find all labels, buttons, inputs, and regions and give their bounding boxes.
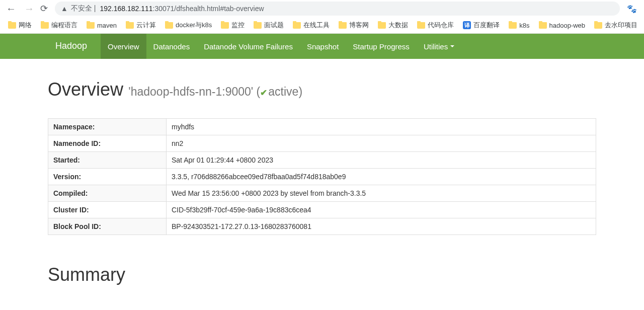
nav-tab-label: Overview — [108, 42, 139, 51]
row-value: Sat Apr 01 01:29:44 +0800 2023 — [167, 152, 596, 169]
nav-tab-label: Datanode Volume Failures — [204, 42, 293, 51]
overview-info-table: Namespace:myhdfsNamenode ID:nn2Started:S… — [48, 118, 596, 235]
bookmark-label: maven — [97, 22, 117, 29]
page-title: Overview — [48, 79, 123, 100]
bookmark-label: docker与k8s — [176, 21, 212, 30]
nav-tab-startup-progress[interactable]: Startup Progress — [346, 34, 417, 59]
row-key: Block Pool ID: — [48, 218, 167, 235]
bookmark-item[interactable]: 云计算 — [123, 19, 159, 31]
bookmark-label: 博客网 — [349, 21, 369, 30]
nav-tab-snapshot[interactable]: Snapshot — [300, 34, 346, 59]
bookmark-item[interactable]: hadoop-web — [536, 20, 589, 31]
bookmark-item[interactable]: 去水印项目 — [591, 19, 640, 31]
row-value: nn2 — [167, 135, 596, 152]
bookmark-label: 网络 — [19, 21, 32, 30]
table-row: Block Pool ID:BP-924303521-172.27.0.13-1… — [48, 218, 596, 235]
address-bar: ← → ⟳ ▲ 不安全 | 192.168.182.111:30071/dfsh… — [0, 0, 644, 17]
bookmark-label: 监控 — [231, 21, 245, 30]
url-text: 192.168.182.111:30071/dfshealth.html#tab… — [100, 5, 614, 13]
row-key: Started: — [48, 152, 167, 169]
bookmark-label: k8s — [519, 22, 529, 29]
bookmark-item[interactable]: maven — [84, 20, 120, 31]
row-value: 3.3.5, r706d88266abcee09ed78fbaa0ad5f74d… — [167, 169, 596, 185]
row-value: myhdfs — [167, 119, 596, 135]
folder-icon — [378, 22, 386, 29]
folder-icon — [539, 22, 547, 29]
summary-header: Summary — [48, 245, 596, 290]
reload-button[interactable]: ⟳ — [40, 3, 48, 14]
summary-title: Summary — [48, 264, 596, 285]
folder-icon — [594, 22, 602, 29]
back-button[interactable]: ← — [4, 3, 18, 15]
chevron-down-icon — [450, 45, 454, 47]
row-key: Cluster ID: — [48, 202, 167, 218]
main-content: Overview 'hadoop-hdfs-nn-1:9000' (✔activ… — [40, 59, 604, 290]
folder-icon — [221, 22, 229, 29]
folder-icon — [509, 22, 517, 29]
bookmark-item[interactable]: k8s — [506, 20, 532, 31]
bookmark-item[interactable]: 监控 — [218, 19, 248, 31]
row-value: CID-5f3b29ff-70cf-459e-9a6a-19c883c6cea4 — [167, 202, 596, 218]
folder-icon — [293, 22, 301, 29]
forward-button[interactable]: → — [22, 3, 36, 15]
bookmark-label: 百度翻译 — [473, 21, 500, 30]
bookmark-label: 编程语言 — [51, 21, 77, 30]
main-navbar: Hadoop OverviewDatanodesDatanode Volume … — [0, 34, 644, 59]
folder-icon — [339, 22, 347, 29]
app-icon: 译 — [463, 21, 471, 29]
browser-extension-icon[interactable]: 🐾 — [624, 4, 640, 14]
table-row: Cluster ID:CID-5f3b29ff-70cf-459e-9a6a-1… — [48, 202, 596, 218]
bookmark-label: 面试题 — [264, 21, 284, 30]
folder-icon — [87, 22, 95, 29]
nav-tab-label: Utilities — [424, 42, 448, 51]
page-subtitle: 'hadoop-hdfs-nn-1:9000' (✔active) — [125, 85, 302, 98]
row-key: Namenode ID: — [48, 135, 167, 152]
bookmarks-bar: 网络编程语言maven云计算docker与k8s监控面试题在线工具博客网大数据代… — [0, 17, 644, 33]
browser-chrome: ← → ⟳ ▲ 不安全 | 192.168.182.111:30071/dfsh… — [0, 0, 644, 34]
bookmark-label: hadoop-web — [549, 22, 586, 29]
overview-header: Overview 'hadoop-hdfs-nn-1:9000' (✔activ… — [48, 59, 596, 104]
table-row: Namespace:myhdfs — [48, 119, 596, 135]
row-key: Namespace: — [48, 119, 167, 135]
check-icon: ✔ — [260, 88, 267, 98]
bookmark-label: 去水印项目 — [605, 21, 637, 30]
folder-icon — [126, 22, 134, 29]
table-row: Started:Sat Apr 01 01:29:44 +0800 2023 — [48, 152, 596, 169]
brand-label[interactable]: Hadoop — [48, 34, 95, 59]
bookmark-label: 大数据 — [388, 21, 408, 30]
bookmark-item[interactable]: 网络 — [5, 19, 35, 31]
folder-icon — [41, 22, 49, 29]
bookmark-label: 代码仓库 — [428, 21, 454, 30]
url-field[interactable]: ▲ 不安全 | 192.168.182.111:30071/dfshealth.… — [55, 2, 620, 16]
row-key: Compiled: — [48, 185, 167, 202]
bookmark-item[interactable]: 译百度翻译 — [460, 19, 503, 31]
nav-tab-datanode-volume-failures[interactable]: Datanode Volume Failures — [197, 34, 300, 59]
insecure-label: 不安全 | — [71, 4, 97, 13]
nav-tab-utilities[interactable]: Utilities — [417, 34, 461, 59]
bookmark-item[interactable]: 代码仓库 — [414, 19, 457, 31]
table-row: Namenode ID:nn2 — [48, 135, 596, 152]
row-value: BP-924303521-172.27.0.13-1680283760081 — [167, 218, 596, 235]
nav-tab-label: Datanodes — [153, 42, 190, 51]
nav-tab-overview[interactable]: Overview — [101, 34, 146, 59]
row-value: Wed Mar 15 23:56:00 +0800 2023 by stevel… — [167, 185, 596, 202]
bookmark-label: 云计算 — [136, 21, 156, 30]
row-key: Version: — [48, 169, 167, 185]
nav-tab-datanodes[interactable]: Datanodes — [146, 34, 197, 59]
folder-icon — [165, 22, 173, 29]
folder-icon — [417, 22, 425, 29]
table-row: Version:3.3.5, r706d88266abcee09ed78fbaa… — [48, 169, 596, 185]
bookmark-item[interactable]: 在线工具 — [290, 19, 333, 31]
table-row: Compiled:Wed Mar 15 23:56:00 +0800 2023 … — [48, 185, 596, 202]
folder-icon — [254, 22, 262, 29]
bookmark-item[interactable]: 面试题 — [251, 19, 287, 31]
bookmark-item[interactable]: docker与k8s — [162, 19, 215, 31]
bookmark-item[interactable]: 编程语言 — [38, 19, 80, 31]
folder-icon — [8, 22, 16, 29]
nav-tab-label: Startup Progress — [353, 42, 410, 51]
bookmark-item[interactable]: 博客网 — [336, 19, 372, 31]
insecure-warning-icon: ▲ — [61, 5, 68, 13]
nav-tab-label: Snapshot — [307, 42, 339, 51]
bookmark-label: 在线工具 — [303, 21, 330, 30]
bookmark-item[interactable]: 大数据 — [375, 19, 411, 31]
